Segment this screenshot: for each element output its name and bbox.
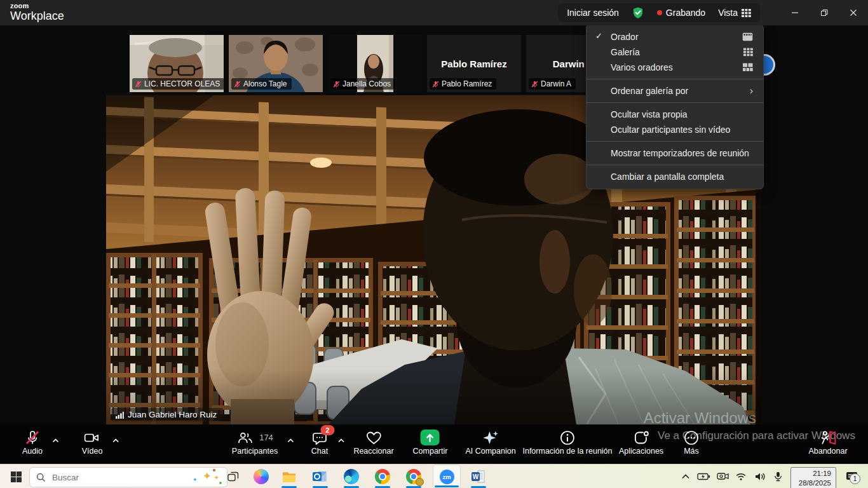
zoom-app-button[interactable]: zm (433, 464, 461, 488)
chat-options-chevron[interactable] (338, 435, 345, 445)
microphone-tray-icon[interactable] (770, 471, 785, 482)
gallery-view-icon (743, 48, 753, 57)
task-view-button[interactable] (224, 471, 243, 482)
search-input[interactable] (51, 472, 161, 483)
profile-badge (416, 478, 424, 486)
svg-text:W: W (473, 473, 479, 480)
meeting-area: LIC. HECTOR OLEAS Alonso Tagle (0, 25, 868, 424)
menu-item-galeria[interactable]: Galería (587, 44, 763, 60)
camera-tray-icon[interactable] (714, 472, 731, 481)
word-icon: W (471, 470, 485, 483)
copilot-icon (254, 469, 269, 484)
volume-tray-icon[interactable] (751, 472, 769, 482)
participant-tile-hector[interactable]: LIC. HECTOR OLEAS (130, 35, 224, 92)
menu-divider (587, 102, 763, 103)
chat-button[interactable]: 2 Chat (311, 429, 329, 456)
sign-in-button[interactable]: Iniciar sesión (567, 8, 619, 18)
file-explorer-button[interactable] (275, 464, 303, 488)
participant-filmstrip: LIC. HECTOR OLEAS Alonso Tagle (130, 35, 620, 92)
tray-expand-chevron[interactable] (679, 473, 693, 480)
chrome-button[interactable] (369, 464, 397, 488)
mic-muted-icon (24, 430, 41, 446)
tray-chevron-icon (681, 473, 690, 480)
leave-meeting-button[interactable]: Abandonar (808, 429, 847, 456)
minimize-button[interactable] (780, 0, 810, 25)
mic-muted-icon (135, 81, 142, 88)
record-dot (657, 10, 662, 15)
chrome-icon (375, 469, 390, 484)
battery-tray-icon[interactable] (695, 473, 712, 481)
menu-item-ocultar-sin-video[interactable]: Ocultar participantes sin vídeo (587, 122, 763, 137)
titlebar-controls-group: Iniciar sesión Grabando Vista (558, 3, 760, 22)
activate-windows-watermark: Activar Windows (644, 409, 756, 424)
clock-date: 28/8/2025 (796, 478, 831, 488)
microphone-icon (773, 471, 783, 482)
participant-name-pill: Janella Cobos (330, 78, 395, 90)
audio-options-chevron[interactable] (52, 435, 59, 445)
restore-button[interactable] (810, 0, 839, 25)
menu-divider (587, 165, 763, 165)
taskbar-search-box[interactable]: ✦✦✦ (29, 467, 227, 487)
participants-count: 174 (259, 433, 273, 442)
edge-button[interactable] (337, 464, 365, 488)
security-shield-icon[interactable] (632, 6, 644, 19)
leave-door-icon (818, 430, 837, 446)
active-speaker-name-pill: Juan Gabriel Haro Ruiz (111, 408, 223, 421)
ai-companion-button[interactable]: AI Companion (465, 429, 515, 456)
search-icon (36, 473, 46, 482)
apps-button[interactable]: Aplicaciones (619, 429, 663, 456)
menu-item-ocultar-vista-propia[interactable]: Ocultar vista propia (587, 107, 763, 122)
zoom-app-icon: zm (440, 470, 454, 484)
more-dots-icon (683, 430, 700, 446)
video-options-chevron[interactable] (112, 435, 119, 445)
audio-signal-icon (115, 410, 124, 419)
mic-muted-icon (531, 81, 538, 88)
task-view-icon (227, 471, 239, 482)
outlook-icon (313, 470, 328, 483)
participant-tile-pablo[interactable]: Pablo Ramírez Pablo Ramírez (427, 35, 521, 92)
word-button[interactable]: W (465, 464, 492, 488)
menu-item-temporizadores[interactable]: Mostrar temporizadores de reunión (587, 146, 763, 161)
edge-icon (344, 469, 359, 484)
participants-icon (236, 430, 254, 446)
copilot-button[interactable] (250, 469, 272, 484)
speaker-view-icon (742, 32, 753, 41)
video-button[interactable]: Vídeo (82, 429, 103, 456)
participant-tile-janella[interactable]: Janella Cobos (328, 35, 422, 92)
menu-item-orador[interactable]: ✓ Orador (587, 29, 763, 44)
more-button[interactable]: Más (683, 429, 700, 456)
menu-divider (587, 79, 763, 79)
notification-center-button[interactable]: 1 (841, 467, 863, 486)
audio-button[interactable]: Audio (22, 429, 43, 456)
battery-icon (697, 473, 710, 481)
view-menu-dropdown: ✓ Orador Galería Varios oradores (586, 24, 764, 189)
grid-view-icon (742, 9, 751, 17)
outlook-button[interactable] (306, 464, 334, 488)
submenu-chevron-icon: › (750, 86, 753, 96)
windows-start-button[interactable] (6, 467, 25, 486)
chrome-profile-button[interactable] (400, 464, 428, 488)
participant-name-pill: LIC. HECTOR OLEAS (132, 78, 224, 90)
participants-options-chevron[interactable] (287, 435, 294, 445)
wifi-icon (735, 472, 747, 481)
close-button[interactable] (839, 0, 868, 25)
menu-item-pantalla-completa[interactable]: Cambiar a pantalla completa (587, 169, 763, 184)
share-button[interactable]: Compartir (413, 429, 448, 456)
react-button[interactable]: Reaccionar (353, 429, 393, 456)
participant-tile-alonso[interactable]: Alonso Tagle (229, 35, 323, 92)
participant-name-pill: Darwin A (529, 78, 576, 90)
meeting-info-button[interactable]: Información de la reunión (522, 429, 612, 456)
participant-name-pill: Pablo Ramírez (430, 78, 496, 90)
taskbar-clock[interactable]: 21:19 28/8/2025 (790, 467, 836, 488)
ai-sparkle-icon (482, 430, 499, 446)
wifi-tray-icon[interactable] (733, 472, 749, 481)
file-explorer-icon (281, 470, 297, 483)
menu-item-varios-oradores[interactable]: Varios oradores (587, 60, 763, 75)
menu-item-ordenar-galeria[interactable]: Ordenar galería por › (587, 83, 763, 98)
windows-start-icon (11, 471, 22, 482)
recording-indicator: Grabando (657, 8, 705, 18)
clock-time: 21:19 (796, 469, 831, 478)
view-menu-button[interactable]: Vista (718, 8, 751, 18)
participants-button[interactable]: 174 Participantes (232, 429, 278, 456)
speaker-icon (754, 472, 766, 482)
